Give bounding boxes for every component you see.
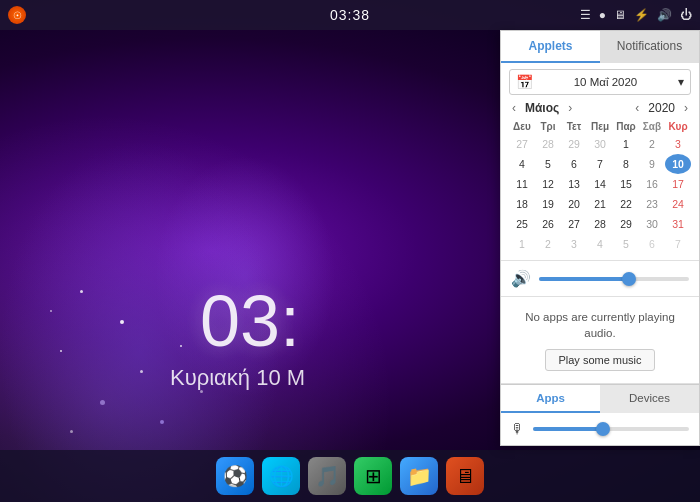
cal-day[interactable]: 29	[561, 134, 587, 154]
col-mon: Δευ	[509, 119, 535, 134]
cal-day[interactable]: 4	[509, 154, 535, 174]
cal-day[interactable]: 26	[535, 214, 561, 234]
cal-day[interactable]: 3	[665, 134, 691, 154]
cal-day[interactable]: 25	[509, 214, 535, 234]
cal-day[interactable]: 29	[613, 214, 639, 234]
taskbar: ⚽ 🌐 🎵 ⊞ 📁 🖥	[0, 450, 700, 502]
col-sat: Σαβ	[639, 119, 665, 134]
mic-slider-track[interactable]	[533, 427, 689, 431]
cal-day[interactable]: 20	[561, 194, 587, 214]
cal-day[interactable]: 2	[535, 234, 561, 254]
cal-year: 2020	[648, 101, 675, 115]
tab-applets[interactable]: Applets	[501, 31, 600, 63]
taskbar-music[interactable]: 🎵	[308, 457, 346, 495]
cal-day[interactable]: 6	[639, 234, 665, 254]
cal-day[interactable]: 22	[613, 194, 639, 214]
play-music-button[interactable]: Play some music	[545, 349, 654, 371]
cal-day[interactable]: 1	[613, 134, 639, 154]
cal-day[interactable]: 21	[587, 194, 613, 214]
cal-day[interactable]: 5	[613, 234, 639, 254]
mic-slider-fill	[533, 427, 603, 431]
cal-day[interactable]: 16	[639, 174, 665, 194]
cal-day[interactable]: 7	[665, 234, 691, 254]
cal-week-5: 25 26 27 28 29 30 31	[509, 214, 691, 234]
cal-day[interactable]: 19	[535, 194, 561, 214]
cal-day[interactable]: 23	[639, 194, 665, 214]
apps-devices-tabs: Apps Devices	[501, 384, 699, 413]
cal-day[interactable]: 31	[665, 214, 691, 234]
taskbar-files[interactable]: 📁	[400, 457, 438, 495]
cal-day[interactable]: 17	[665, 174, 691, 194]
desktop-clock: 03:	[200, 280, 300, 362]
cal-day[interactable]: 6	[561, 154, 587, 174]
mic-slider-thumb[interactable]	[596, 422, 610, 436]
volume-slider-thumb[interactable]	[622, 272, 636, 286]
panel-clock: 03:38	[330, 7, 370, 23]
desktop: ☉ 03:38 ☰ ● 🖥 ⚡ 🔊 ⏻ 03: Κυριακή 10 Μ ⚽ 🌐…	[0, 0, 700, 502]
cal-day[interactable]: 4	[587, 234, 613, 254]
cal-week-3: 11 12 13 14 15 16 17	[509, 174, 691, 194]
mic-section: 🎙	[501, 413, 699, 445]
cal-day[interactable]: 24	[665, 194, 691, 214]
cal-day[interactable]: 27	[561, 214, 587, 234]
col-tue: Τρι	[535, 119, 561, 134]
cal-day[interactable]: 13	[561, 174, 587, 194]
power-icon[interactable]: ⏻	[680, 8, 692, 22]
panel-tabs: Applets Notifications	[501, 31, 699, 63]
volume-slider-fill	[539, 277, 629, 281]
taskbar-apps[interactable]: ⊞	[354, 457, 392, 495]
tab-devices[interactable]: Devices	[600, 385, 699, 413]
dot-icon[interactable]: ●	[599, 8, 606, 22]
cal-day[interactable]: 5	[535, 154, 561, 174]
cal-day[interactable]: 18	[509, 194, 535, 214]
cal-day[interactable]: 9	[639, 154, 665, 174]
cal-prev-month[interactable]: ‹	[509, 101, 519, 115]
cal-today[interactable]: 10	[665, 154, 691, 174]
bluetooth-icon[interactable]: ⚡	[634, 8, 649, 22]
tab-apps[interactable]: Apps	[501, 385, 600, 413]
cal-next-year[interactable]: ›	[681, 101, 691, 115]
panel-logo[interactable]: ☉	[8, 6, 26, 24]
volume-icon: 🔊	[511, 269, 531, 288]
tab-notifications[interactable]: Notifications	[600, 31, 699, 63]
volume-slider-track[interactable]	[539, 277, 689, 281]
desktop-date: Κυριακή 10 Μ	[170, 365, 305, 391]
network-icon[interactable]: 🖥	[614, 8, 626, 22]
cal-day[interactable]: 11	[509, 174, 535, 194]
cal-day[interactable]: 7	[587, 154, 613, 174]
cal-nav-right: ‹ 2020 ›	[632, 101, 691, 115]
cal-dropdown-arrow: ▾	[678, 75, 684, 89]
cal-date-header[interactable]: 📅 10 Μαΐ 2020 ▾	[509, 69, 691, 95]
taskbar-browser[interactable]: 🌐	[262, 457, 300, 495]
cal-grid: Δευ Τρι Τετ Πεμ Παρ Σαβ Κυρ 27 28 29 30	[509, 119, 691, 254]
col-thu: Πεμ	[587, 119, 613, 134]
cal-day[interactable]: 2	[639, 134, 665, 154]
cal-week-6: 1 2 3 4 5 6 7	[509, 234, 691, 254]
cal-day[interactable]: 15	[613, 174, 639, 194]
cal-prev-year[interactable]: ‹	[632, 101, 642, 115]
cal-day[interactable]: 12	[535, 174, 561, 194]
cal-day[interactable]: 28	[535, 134, 561, 154]
cal-day[interactable]: 30	[587, 134, 613, 154]
taskbar-soccer[interactable]: ⚽	[216, 457, 254, 495]
cal-day[interactable]: 14	[587, 174, 613, 194]
col-sun: Κυρ	[665, 119, 691, 134]
cal-week-4: 18 19 20 21 22 23 24	[509, 194, 691, 214]
cal-nav-left: ‹ Μάιος ›	[509, 101, 575, 115]
menu-icon[interactable]: ☰	[580, 8, 591, 22]
panel-right: ☰ ● 🖥 ⚡ 🔊 ⏻	[580, 8, 692, 22]
cal-day[interactable]: 30	[639, 214, 665, 234]
cal-day[interactable]: 3	[561, 234, 587, 254]
cal-day[interactable]: 27	[509, 134, 535, 154]
cal-next-month[interactable]: ›	[565, 101, 575, 115]
volume-panel-icon[interactable]: 🔊	[657, 8, 672, 22]
cal-week-2: 4 5 6 7 8 9 10	[509, 154, 691, 174]
cal-day[interactable]: 1	[509, 234, 535, 254]
panel-left: ☉	[8, 6, 26, 24]
col-fri: Παρ	[613, 119, 639, 134]
cal-day[interactable]: 8	[613, 154, 639, 174]
calendar-icon: 📅	[516, 74, 533, 90]
volume-section: 🔊	[501, 261, 699, 297]
cal-day[interactable]: 28	[587, 214, 613, 234]
taskbar-system[interactable]: 🖥	[446, 457, 484, 495]
